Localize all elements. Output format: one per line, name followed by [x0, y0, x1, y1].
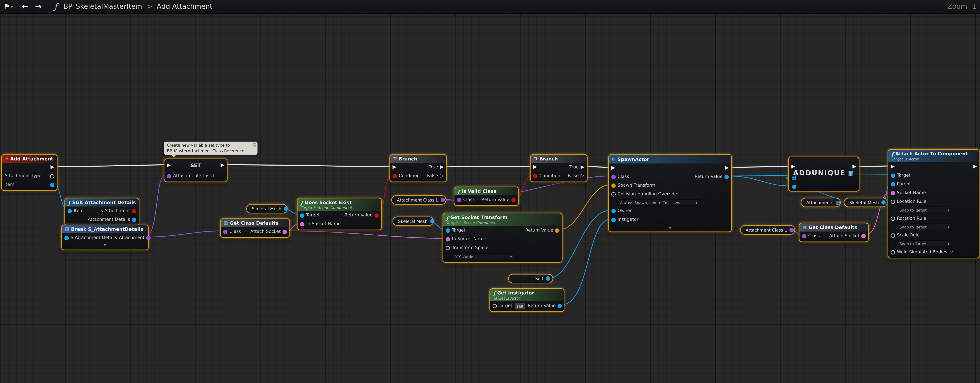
bookmark-caret-icon[interactable]: ▾ [11, 4, 13, 9]
target-pin[interactable] [891, 173, 895, 178]
skeletal-mesh-pin[interactable] [881, 200, 886, 204]
exec-out-pin[interactable]: ▶ [853, 164, 856, 169]
class-input-pin[interactable] [223, 229, 228, 234]
scale-rule-dropdown[interactable]: Snap to Target ▾ [897, 240, 952, 247]
exec-out-pin[interactable]: ▶ [221, 163, 224, 168]
collapse-chevron-icon[interactable]: ▴ [609, 224, 731, 230]
exec-out-pin[interactable]: ▶ [725, 165, 729, 170]
exec-in-pin[interactable]: ▶ [392, 165, 396, 170]
attachments-array-pin[interactable]: ▦ [836, 200, 841, 205]
attach-socket-pin[interactable] [283, 229, 287, 234]
node-add-unique[interactable]: ▶ ▶ ▦ ADDUNIQUE ▦ [788, 157, 859, 192]
scale-rule-pin[interactable] [891, 233, 895, 237]
attach-socket-pin[interactable] [861, 234, 866, 238]
owner-pin[interactable] [611, 209, 616, 213]
item-input-pin[interactable] [68, 209, 72, 213]
true-exec-pin[interactable]: ▶ [581, 165, 584, 170]
attachment-output-pin[interactable] [146, 236, 151, 240]
instigator-pin[interactable] [611, 217, 616, 222]
struct-input-pin[interactable] [64, 236, 68, 240]
var-skeletal-mesh[interactable]: Skeletal Mesh [392, 217, 434, 226]
in-socket-name-pin[interactable] [445, 237, 450, 241]
target-pin[interactable] [300, 213, 304, 217]
var-attachment-class[interactable]: Attachment Class L [740, 225, 795, 234]
breadcrumb-leaf[interactable]: Add Attachment [157, 3, 212, 11]
condition-pin[interactable] [533, 174, 538, 178]
var-attachments[interactable]: Attachments ▦ [801, 198, 841, 207]
attachment-type-pin[interactable] [50, 174, 54, 178]
exec-in-pin[interactable]: ▶ [167, 163, 171, 168]
return-value-pin[interactable] [555, 228, 559, 232]
weld-checkbox[interactable]: ✓ [949, 249, 955, 255]
skeletal-mesh-pin[interactable] [430, 219, 434, 223]
new-item-pin[interactable] [792, 185, 796, 189]
true-exec-pin[interactable]: ▶ [440, 165, 444, 170]
node-get-class-defaults[interactable]: ▦ Get Class Defaults Class Attach Socket [799, 223, 869, 242]
attachment-details-pin[interactable] [132, 217, 136, 222]
forward-arrow-icon[interactable]: → [35, 2, 42, 11]
exec-out-pin[interactable]: ▶ [973, 164, 977, 169]
node-set-attachment-class[interactable]: ▶ SET ▶ Attachment Class L [164, 158, 228, 182]
exec-in-pin[interactable]: ▶ [891, 164, 895, 169]
transform-space-pin[interactable] [445, 245, 450, 250]
target-pin[interactable] [492, 304, 497, 308]
collapse-chevron-icon[interactable]: ▾ [62, 242, 148, 248]
return-value-pin[interactable] [557, 304, 562, 308]
class-input-pin[interactable] [802, 234, 807, 238]
collision-handling-dropdown[interactable]: Always Spawn, Ignore Collisions ▾ [618, 199, 700, 206]
condition-pin[interactable] [392, 174, 397, 178]
weld-simulated-bodies-pin[interactable] [891, 250, 895, 254]
collision-handling-pin[interactable] [611, 192, 616, 196]
in-socket-name-pin[interactable] [300, 222, 304, 226]
comment-bubble[interactable]: Create new variable set type to BP_Maste… [164, 142, 258, 155]
return-value-pin[interactable] [724, 174, 729, 179]
node-branch[interactable]: ⇆ Branch ▶ True▶ Condition False▷ [389, 154, 447, 182]
return-value-pin[interactable] [374, 213, 379, 217]
class-input-pin[interactable] [457, 198, 461, 202]
var-attachment-class[interactable]: Attachment Class L [391, 195, 446, 204]
self-pin[interactable] [546, 277, 550, 281]
node-attach-actor-to-component[interactable]: ƒAttach Actor To Component Target is Act… [888, 149, 980, 258]
target-literal[interactable]: self [514, 302, 526, 309]
rotation-rule-pin[interactable] [891, 216, 895, 220]
node-is-valid-class[interactable]: ƒ Is Valid Class Class Return Value [454, 187, 519, 206]
target-pin[interactable] [445, 228, 450, 232]
attachment-class-pin[interactable] [167, 174, 171, 178]
rotation-rule-dropdown[interactable]: Snap to Target ▾ [897, 223, 952, 230]
class-pin[interactable] [611, 174, 616, 179]
parent-pin[interactable] [891, 182, 895, 186]
exec-out-pin[interactable]: ▶ [51, 165, 54, 170]
false-exec-pin[interactable]: ▷ [581, 174, 584, 179]
return-value-pin[interactable] [511, 198, 515, 202]
skeletal-mesh-pin[interactable] [284, 207, 288, 211]
var-skeletal-mesh[interactable]: Skeletal Mesh [247, 204, 288, 213]
back-arrow-icon[interactable]: ← [22, 2, 29, 11]
bubble-pin-icon[interactable] [253, 143, 256, 147]
exec-in-pin[interactable]: ▶ [791, 164, 795, 169]
socket-name-pin[interactable] [891, 191, 895, 195]
item-pin[interactable] [50, 182, 54, 187]
node-add-attachment-event[interactable]: ◈ Add Attachment ▶ Attachment Type Item [1, 154, 57, 191]
attachment-class-pin[interactable] [441, 198, 445, 202]
var-self[interactable]: Self [508, 274, 553, 283]
var-skeletal-mesh[interactable]: Skeletal Mesh [844, 198, 888, 207]
node-get-socket-transform[interactable]: ƒGet Socket Transform Target is Scene Co… [442, 213, 563, 263]
exec-in-pin[interactable]: ▶ [533, 165, 537, 170]
node-break-attachment-details[interactable]: ▦ Break S_AttachmentDetails S Attachment… [61, 225, 149, 250]
spawn-transform-pin[interactable] [611, 183, 616, 187]
exec-in-pin[interactable]: ▶ [611, 165, 615, 170]
is-attachment-pin[interactable] [132, 209, 136, 213]
node-spawn-actor[interactable]: ⊕ SpawnActor ▶ ▶ Class Return Value Spaw… [608, 154, 732, 232]
breadcrumb-root[interactable]: BP_SkeletalMasterItem [64, 3, 142, 11]
location-rule-dropdown[interactable]: Snap to Target ▾ [897, 207, 952, 214]
false-exec-pin[interactable]: ▷ [440, 174, 444, 179]
node-sgk-attachment-details[interactable]: ƒ SGK Attachment Details Item Is Attachm… [64, 198, 139, 226]
node-get-instigator[interactable]: ƒGet Instigator Target is Actor Target s… [489, 288, 565, 312]
node-get-class-defaults[interactable]: ▦ Get Class Defaults Class Attach Socket [220, 218, 290, 238]
location-rule-pin[interactable] [891, 199, 895, 204]
transform-space-dropdown[interactable]: RTS World ▾ [452, 253, 514, 260]
bookmark-icon[interactable]: ⚑ [4, 3, 10, 11]
node-does-socket-exist[interactable]: ƒDoes Socket Exist Target is Scene Compo… [297, 198, 382, 230]
attachment-class-pin[interactable] [789, 228, 794, 232]
node-branch[interactable]: ⇆ Branch ▶ True▶ Condition False▷ [530, 154, 588, 182]
